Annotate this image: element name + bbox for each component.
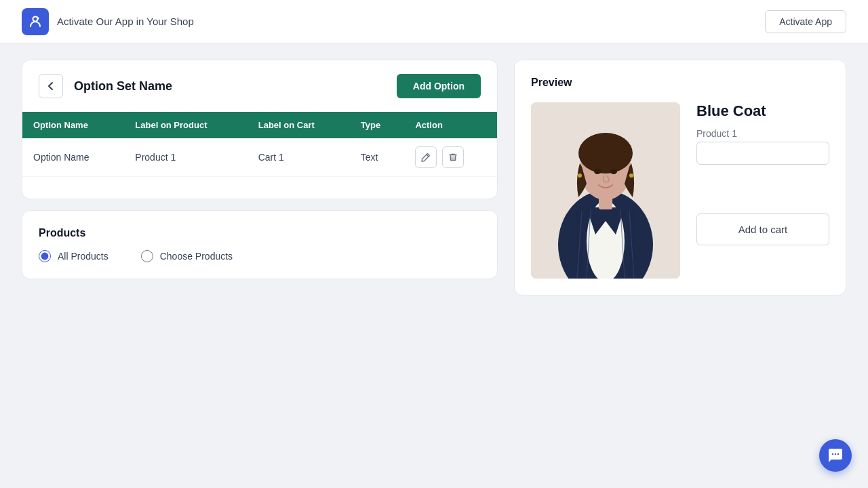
products-radio-group: All Products Choose Products (39, 250, 481, 262)
main-content: Option Set Name Add Option Option Name L… (0, 43, 868, 312)
table-header-row: Option Name Label on Product Label on Ca… (22, 112, 497, 138)
all-products-radio[interactable] (39, 250, 51, 262)
col-header-option-name: Option Name (22, 112, 124, 138)
svg-point-11 (594, 169, 601, 174)
svg-point-14 (629, 174, 633, 178)
app-icon (22, 8, 49, 35)
cell-label-product: Product 1 (124, 138, 247, 177)
preview-details: Blue Coat Product 1 Add to cart (696, 102, 829, 245)
choose-products-radio[interactable] (141, 250, 153, 262)
products-card: Products All Products Choose Products (22, 210, 498, 279)
top-bar-left: Activate Our App in Your Shop (22, 8, 194, 35)
top-bar: Activate Our App in Your Shop Activate A… (0, 0, 868, 43)
choose-products-text: Choose Products (160, 251, 233, 262)
col-header-action: Action (404, 112, 497, 138)
option-set-card: Option Set Name Add Option Option Name L… (22, 60, 498, 199)
option-set-header: Option Set Name Add Option (22, 60, 497, 112)
svg-point-15 (832, 453, 833, 455)
choose-products-label[interactable]: Choose Products (141, 250, 233, 262)
edit-button[interactable] (415, 146, 437, 168)
cell-option-name: Option Name (22, 138, 124, 177)
svg-point-17 (837, 453, 839, 455)
back-arrow-icon (45, 81, 56, 92)
options-table: Option Name Label on Product Label on Ca… (22, 112, 497, 177)
back-button[interactable] (39, 74, 63, 98)
cell-label-cart: Cart 1 (248, 138, 350, 177)
add-option-button[interactable]: Add Option (397, 74, 481, 98)
product-label: Product 1 (696, 128, 829, 139)
col-header-type: Type (350, 112, 405, 138)
svg-point-12 (610, 169, 617, 174)
cell-action (404, 138, 497, 177)
svg-point-16 (835, 453, 836, 455)
preview-content: Blue Coat Product 1 Add to cart (531, 102, 829, 279)
left-panel: Option Set Name Add Option Option Name L… (22, 60, 498, 296)
activate-app-button[interactable]: Activate App (765, 10, 846, 33)
options-table-wrapper: Option Name Label on Product Label on Ca… (22, 112, 497, 199)
product-name: Blue Coat (696, 102, 829, 120)
all-products-text: All Products (58, 251, 108, 262)
add-to-cart-button[interactable]: Add to cart (696, 214, 829, 245)
preview-card: Preview (514, 60, 846, 296)
product-preview-image (531, 102, 680, 279)
product-text-input[interactable] (696, 142, 829, 165)
svg-point-0 (33, 16, 38, 21)
edit-icon (421, 152, 431, 162)
table-row: Option Name Product 1 Cart 1 Text (22, 138, 497, 177)
option-set-header-left: Option Set Name (39, 74, 172, 98)
delete-button[interactable] (442, 146, 464, 168)
cell-type: Text (350, 138, 405, 177)
chat-icon (827, 447, 844, 464)
svg-point-13 (578, 174, 582, 178)
product-image-svg (531, 102, 680, 279)
all-products-label[interactable]: All Products (39, 250, 108, 262)
delete-icon (448, 152, 458, 162)
option-set-title: Option Set Name (74, 79, 172, 94)
col-header-label-product: Label on Product (124, 112, 247, 138)
topbar-title: Activate Our App in Your Shop (57, 16, 194, 27)
preview-title: Preview (531, 77, 829, 89)
col-header-label-cart: Label on Cart (248, 112, 350, 138)
products-title: Products (39, 227, 481, 239)
chat-bubble[interactable] (819, 439, 852, 472)
right-panel: Preview (514, 60, 846, 296)
